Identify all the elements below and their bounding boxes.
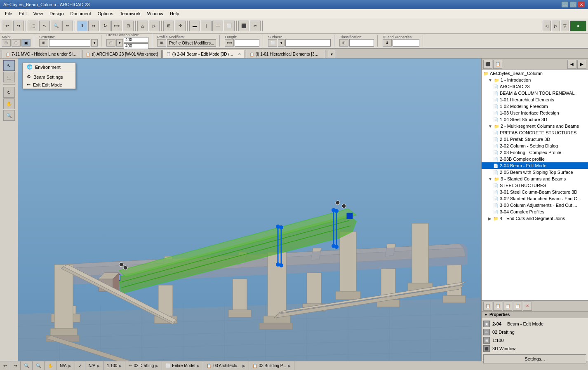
status-zoom-out[interactable]: 🔍 [33, 361, 45, 370]
column-tool[interactable]: | [201, 21, 212, 31]
nav-button1[interactable]: ◁ [543, 21, 551, 31]
lower-btn-close[interactable]: ✕ [523, 302, 532, 311]
status-build[interactable]: 📋 03 Building P... ▶ [249, 361, 294, 370]
surf-arrow[interactable]: ▾ [278, 39, 285, 47]
ctx-exit-edit[interactable]: ↩ Exit Edit Mode [23, 81, 75, 89]
menu-teamwork[interactable]: Teamwork [117, 10, 144, 17]
menu-edit[interactable]: Edit [16, 10, 30, 17]
surface-input[interactable]: By Building Materials [285, 39, 331, 47]
status-layer[interactable]: ✏ 02 Drafting ▶ [125, 361, 162, 370]
snap-points[interactable]: ✛ [175, 21, 186, 31]
tab-1[interactable]: 📋 7-11 MVO - Hidden Line under Slab [...… [2, 50, 81, 58]
menu-file[interactable]: File [2, 10, 16, 17]
tree-item-col-adjustments[interactable]: 📄 3-03 Column Adjustments - End Cut ... [482, 202, 588, 208]
tree-item-prefab-concrete[interactable]: 📄 PREFAB CONCRETE STRUCTURES [482, 129, 588, 136]
tab-2[interactable]: 📋 (i) ARCHICAD 23 [W-01 Worksheet] [82, 50, 162, 58]
id-input[interactable]: BSG - 007 [393, 39, 419, 47]
status-pan[interactable]: ✋ [45, 361, 56, 370]
status-zoom-in[interactable]: 🔍 [21, 361, 33, 370]
menu-view[interactable]: View [30, 10, 47, 17]
beam-tool[interactable]: — [212, 21, 223, 31]
navigator-icon[interactable]: ● [570, 21, 586, 31]
tree-item-prefab-3d[interactable]: 📄 2-01 Prefab Structure 3D [482, 136, 588, 143]
zoom-tool[interactable]: 🔍 [3, 110, 15, 121]
grid-snap[interactable]: ⊞ [163, 21, 174, 31]
menu-help[interactable]: Help [167, 10, 183, 17]
nav-button3[interactable]: ▽ [561, 21, 569, 31]
tab-expand[interactable]: ▾ [328, 50, 336, 58]
navigator-tree[interactable]: 📁 AECbytes_Beam_Column ▼ 📁 1 - Introduct… [482, 70, 588, 301]
status-scale[interactable]: 1:100 ▶ [103, 361, 125, 370]
main-icon1[interactable]: ⊞ [2, 39, 11, 47]
tree-item-modeling-freedom[interactable]: 📄 1-02 Modeling Freedom [482, 103, 588, 110]
stretch-button[interactable]: ⇔ [88, 21, 99, 31]
tree-item-complex-profiles[interactable]: 📄 3-04 Complex Profiles [482, 208, 588, 215]
main-icon3[interactable]: ▣ [21, 39, 31, 47]
tab-3[interactable]: 📋 (i) 2-04 Beam - Edit Mode [3D / Marqu.… [162, 50, 245, 58]
height-input[interactable] [124, 43, 148, 49]
status-model[interactable]: ⬜ Entire Model ▶ [162, 361, 203, 370]
lower-btn4[interactable]: 📋 [513, 302, 522, 311]
structure-input[interactable]: 2-05 - Prefab Sl... [49, 39, 90, 47]
pointer-button[interactable]: ⬆ [77, 21, 87, 31]
select-tool[interactable]: ↖ [3, 60, 15, 71]
ctx-beam-settings[interactable]: ⚙ Beam Settings [23, 73, 75, 81]
tree-item-beam-renewal[interactable]: 📄 BEAM & COLUMN TOOL RENEWAL [482, 90, 588, 96]
tab-4[interactable]: 📋 (i) 1-01 Hierarchical Elements [3D Ele… [246, 50, 325, 58]
close-button[interactable]: ✕ [578, 2, 585, 7]
wall-tool[interactable]: ▬ [189, 21, 200, 31]
zoom-button[interactable]: 🔍 [51, 21, 61, 31]
tree-item-steel-structures[interactable]: 📄 STEEL STRUCTURES [482, 182, 588, 189]
slab-tool[interactable]: ⬜ [224, 21, 235, 31]
class-icon[interactable]: ⊞ [339, 39, 348, 47]
marquee-button[interactable]: ⬚ [28, 21, 38, 31]
ctx-environment[interactable]: 🌐 Environment [23, 63, 75, 71]
pm-icon[interactable]: ⊞ [157, 39, 166, 47]
cs-arrow[interactable]: ▾ [116, 39, 123, 47]
orbit-tool[interactable]: ↻ [3, 87, 15, 98]
width-input[interactable] [124, 37, 148, 43]
struct-arrow[interactable]: ▾ [91, 39, 98, 47]
profile-modifiers-button[interactable]: Profile Offset Modifiers... [167, 39, 216, 47]
tree-section-4[interactable]: ▶ 📁 4 - End Cuts and Segment Joins [482, 215, 588, 222]
arrow-button[interactable]: ↖ [39, 21, 50, 31]
menu-options[interactable]: Options [94, 10, 117, 17]
status-undo[interactable]: ↩ [0, 361, 10, 370]
tab-3-close[interactable]: ✕ [238, 52, 241, 56]
triangle-tool[interactable]: △ [137, 21, 148, 31]
lower-btn1[interactable]: 📋 [483, 302, 492, 311]
tree-item-complex-profile[interactable]: 📄 2-03B Complex profile [482, 156, 588, 162]
id-icon[interactable]: ⬇ [383, 39, 392, 47]
classification-input[interactable]: Member [349, 39, 374, 47]
struct-icon[interactable]: ⊞ [39, 39, 48, 47]
tree-root[interactable]: 📁 AECbytes_Beam_Column [482, 70, 588, 77]
panel-btn2[interactable]: 📋 [493, 60, 502, 69]
offset-button[interactable]: ⊡ [123, 21, 134, 31]
lower-btn2[interactable]: 📋 [493, 302, 502, 311]
tree-item-column-dialog[interactable]: 📄 2-02 Column - Setting Dialog [482, 143, 588, 149]
mirror-button[interactable]: ⟺ [111, 21, 122, 31]
tree-section-2[interactable]: ▼ 📁 2 - Multi-segment Columns and Beams [482, 123, 588, 129]
section-view[interactable]: ✂ [250, 21, 261, 31]
maximize-button[interactable]: □ [570, 2, 576, 7]
tree-item-footing[interactable]: 📄 2-03 Footing - Complex Profile [482, 149, 588, 156]
tree-item-sloping-top[interactable]: 📄 2-05 Beam with Sloping Top Surface [482, 169, 588, 176]
redo-button[interactable]: ↪ [13, 21, 24, 31]
nav-button2[interactable]: ▷ [552, 21, 560, 31]
triangle-tool2[interactable]: ▷ [149, 21, 160, 31]
tree-section-3[interactable]: ▼ 📁 3 - Slanted Columns and Beams [482, 176, 588, 182]
panel-collapse[interactable]: ◀ [567, 60, 576, 69]
tree-item-beam-edit-mode[interactable]: 📄 2-04 Beam - Edit Mode [482, 162, 588, 169]
tree-item-steel-3d[interactable]: 📄 1-04 Steel Structure 3D [482, 116, 588, 123]
tree-item-hierarchical[interactable]: 📄 1-01 Hierarchical Elements [482, 96, 588, 103]
3d-view[interactable]: ⬛ [238, 21, 249, 31]
lower-btn3[interactable]: 📋 [503, 302, 512, 311]
pan-tool[interactable]: ✋ [3, 98, 15, 109]
menu-design[interactable]: Design [46, 10, 67, 17]
status-redo[interactable]: ↪ [10, 361, 21, 370]
panel-btn1[interactable]: ⬛ [483, 60, 492, 69]
menu-document[interactable]: Document [67, 10, 94, 17]
tree-item-archicad23[interactable]: 📄 ARCHICAD 23 [482, 83, 588, 90]
tree-item-steel-col-beam[interactable]: 📄 3-01 Steel Column-Beam Structure 3D [482, 189, 588, 195]
undo-button[interactable]: ↩ [2, 21, 12, 31]
